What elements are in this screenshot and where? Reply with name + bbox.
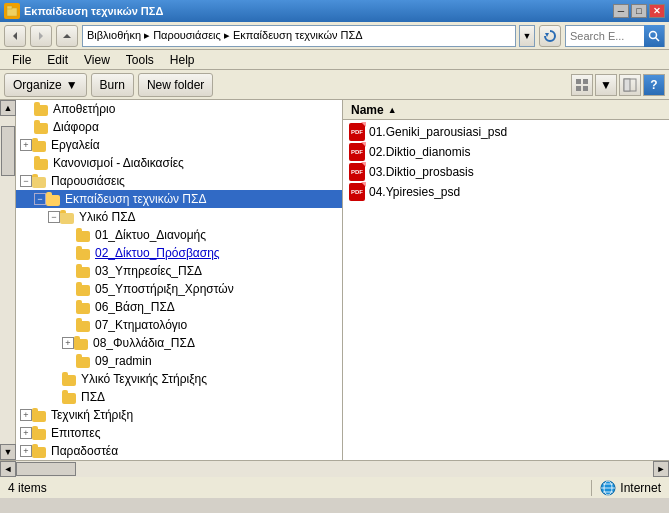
tree-item-apothetirio[interactable]: Αποθετήριο (16, 100, 342, 118)
status-items-count: 4 items (8, 481, 591, 495)
file-item-2[interactable]: PDF 02.Diktio_dianomis (345, 142, 667, 162)
scroll-up-button[interactable]: ▲ (0, 100, 16, 116)
tree-label: Κανονισμοί - Διαδικασίες (53, 156, 184, 170)
svg-rect-1 (7, 6, 12, 9)
refresh-button[interactable] (539, 25, 561, 47)
tree-item-ergaleia[interactable]: + Εργαλεία (16, 136, 342, 154)
tree-item-prosvasis[interactable]: 02_Δίκτυο_Πρόσβασης (16, 244, 342, 262)
column-name-label: Name (351, 103, 384, 117)
toolbar: Organize ▼ Burn New folder ▼ ? (0, 70, 669, 100)
view-toggle-button[interactable] (571, 74, 593, 96)
search-box[interactable] (565, 25, 665, 47)
tree-item-parastera[interactable]: + Παραδοστέα (16, 442, 342, 460)
file-list: PDF 01.Geniki_parousiasi_psd PDF 02.Dikt… (343, 120, 669, 460)
tree-item-yliko-psd[interactable]: − Υλικό ΠΣΔ (16, 208, 342, 226)
tree-item-dianomis[interactable]: 01_Δίκτυο_Διανομής (16, 226, 342, 244)
new-folder-label: New folder (147, 78, 204, 92)
folder-icon (62, 372, 78, 386)
column-header-name[interactable]: Name ▲ (343, 100, 669, 120)
scroll-down-button[interactable]: ▼ (0, 444, 16, 460)
window-controls: ─ □ ✕ (613, 4, 665, 18)
h-scroll-thumb[interactable] (16, 462, 76, 476)
close-button[interactable]: ✕ (649, 4, 665, 18)
expand-icon (62, 246, 76, 260)
tree-label: Παρουσιάσεις (51, 174, 125, 188)
tree-item-ypires-psd[interactable]: 03_Υπηρεσίες_ΠΣΔ (16, 262, 342, 280)
tree-item-ekpaideusi[interactable]: − Εκπαίδευση τεχνικών ΠΣΔ (16, 190, 342, 208)
tree-label: ΠΣΔ (81, 390, 105, 404)
status-zone: Internet (591, 480, 661, 496)
main-area: ▲ ▼ Αποθετήριο (0, 100, 669, 460)
tree-item-diafora[interactable]: Διάφορα (16, 118, 342, 136)
tree-label: Υλικό ΠΣΔ (79, 210, 136, 224)
tree-item-radmin[interactable]: 09_radmin (16, 352, 342, 370)
minimize-button[interactable]: ─ (613, 4, 629, 18)
svg-marker-3 (39, 32, 43, 40)
tree-item-tech-stirixi[interactable]: + Τεχνική Στήριξη (16, 406, 342, 424)
tree-item-ktimato[interactable]: 07_Κτηματολόγιο (16, 316, 342, 334)
menu-view[interactable]: View (76, 51, 118, 69)
svg-rect-10 (576, 86, 581, 91)
svg-point-6 (650, 31, 657, 38)
h-scroll-left[interactable]: ◄ (0, 461, 16, 477)
menu-tools[interactable]: Tools (118, 51, 162, 69)
tree-label: 08_Φυλλάδια_ΠΣΔ (93, 336, 195, 350)
tree-label: Τεχνική Στήριξη (51, 408, 133, 422)
folder-icon (76, 246, 92, 260)
folder-icon (32, 426, 48, 440)
expand-icon: − (48, 211, 60, 223)
view-dropdown-button[interactable]: ▼ (595, 74, 617, 96)
back-button[interactable] (4, 25, 26, 47)
expand-icon (62, 354, 76, 368)
expand-icon (48, 372, 62, 386)
expand-icon: − (34, 193, 46, 205)
folder-icon (32, 408, 48, 422)
organize-button[interactable]: Organize ▼ (4, 73, 87, 97)
app-icon (4, 3, 20, 19)
panel-toggle-button[interactable] (619, 74, 641, 96)
tree-label: Εργαλεία (51, 138, 100, 152)
tree-label: 05_Υποστήριξη_Χρηστών (95, 282, 234, 296)
address-dropdown[interactable]: ▼ (519, 25, 535, 47)
svg-marker-2 (13, 32, 17, 40)
file-item-3[interactable]: PDF 03.Diktio_prosbasis (345, 162, 667, 182)
address-path[interactable]: Βιβλιοθήκη ▸ Παρουσιάσεις ▸ Εκπαίδευση τ… (82, 25, 516, 47)
expand-icon (20, 156, 34, 170)
expand-icon (62, 228, 76, 242)
pdf-icon: PDF (349, 163, 365, 181)
status-bar: 4 items Internet (0, 476, 669, 498)
tree-item-epitopes[interactable]: + Επιτοπες (16, 424, 342, 442)
tree-label: Υλικό Τεχνικής Στήριξης (81, 372, 207, 386)
file-item-1[interactable]: PDF 01.Geniki_parousiasi_psd (345, 122, 667, 142)
up-button[interactable] (56, 25, 78, 47)
menu-edit[interactable]: Edit (39, 51, 76, 69)
tree-item-fyllo-psd[interactable]: + 08_Φυλλάδια_ΠΣΔ (16, 334, 342, 352)
menu-file[interactable]: File (4, 51, 39, 69)
tree-item-psd[interactable]: ΠΣΔ (16, 388, 342, 406)
folder-icon (76, 318, 92, 332)
folder-icon (32, 138, 48, 152)
file-item-4[interactable]: PDF 04.Ypiresies_psd (345, 182, 667, 202)
forward-button[interactable] (30, 25, 52, 47)
tree-item-parousiastes[interactable]: − Παρουσιάσεις (16, 172, 342, 190)
help-button[interactable]: ? (643, 74, 665, 96)
h-scroll-right[interactable]: ► (653, 461, 669, 477)
burn-button[interactable]: Burn (91, 73, 134, 97)
address-bar: Βιβλιοθήκη ▸ Παρουσιάσεις ▸ Εκπαίδευση τ… (0, 22, 669, 50)
tree-label: Εκπαίδευση τεχνικών ΠΣΔ (65, 192, 206, 206)
folder-icon (62, 390, 78, 404)
menu-help[interactable]: Help (162, 51, 203, 69)
search-button[interactable] (644, 25, 664, 47)
maximize-button[interactable]: □ (631, 4, 647, 18)
pdf-icon: PDF (349, 183, 365, 201)
folder-icon (76, 228, 92, 242)
tree-item-kanonismoi[interactable]: Κανονισμοί - Διαδικασίες (16, 154, 342, 172)
tree-item-yliko-tech[interactable]: Υλικό Τεχνικής Στήριξης (16, 370, 342, 388)
horizontal-scrollbar: ◄ ► (0, 460, 669, 476)
svg-rect-11 (583, 86, 588, 91)
search-input[interactable] (566, 30, 644, 42)
tree-item-vasi-psd[interactable]: 06_Βάση_ΠΣΔ (16, 298, 342, 316)
new-folder-button[interactable]: New folder (138, 73, 213, 97)
view-buttons: ▼ ? (571, 74, 665, 96)
tree-item-ypostirixi[interactable]: 05_Υποστήριξη_Χρηστών (16, 280, 342, 298)
